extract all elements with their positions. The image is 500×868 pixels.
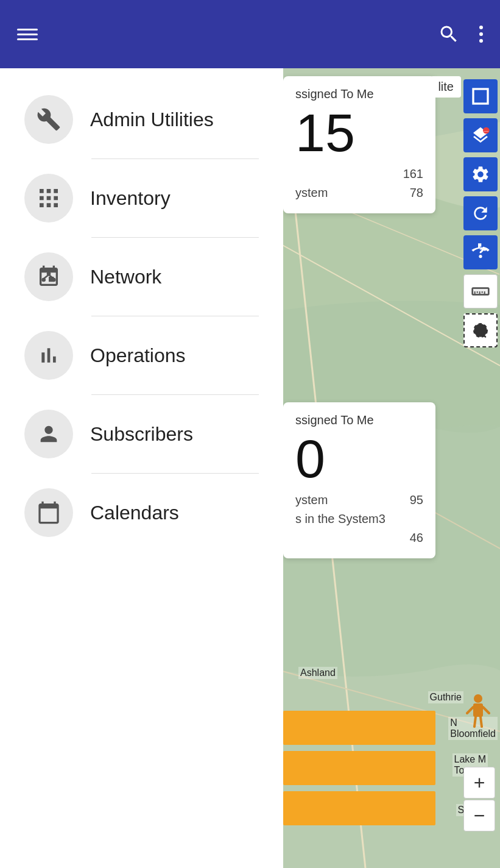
lasso-icon xyxy=(471,321,490,340)
hamburger-line-3 xyxy=(17,38,38,40)
card1-stat-2: ystem 78 xyxy=(295,183,423,202)
layers-button[interactable]: — xyxy=(463,118,498,152)
zoom-out-button[interactable]: − xyxy=(463,800,495,831)
map-controls: — xyxy=(463,79,498,347)
sidebar-item-admin-utilities[interactable]: Admin Utilities xyxy=(0,80,283,158)
card1-stat1-value: 161 xyxy=(403,167,423,181)
tickets-card: ssigned To Me 0 ystem 95 s in the System… xyxy=(283,402,435,558)
admin-utilities-icon-container xyxy=(24,95,73,144)
bar-chart-icon xyxy=(37,343,61,368)
network-label: Network xyxy=(90,266,161,288)
orange-bar-2[interactable] xyxy=(283,751,435,785)
card2-number: 0 xyxy=(295,432,423,486)
city-label-guthrie: Guthrie xyxy=(428,691,463,703)
calendar-icon xyxy=(37,500,61,525)
svg-line-23 xyxy=(474,717,476,727)
hamburger-line-1 xyxy=(17,29,38,30)
square-icon xyxy=(471,87,490,106)
svg-point-7 xyxy=(47,272,51,276)
layers-icon: — xyxy=(471,126,490,145)
calendars-icon-container xyxy=(24,488,73,537)
svg-line-21 xyxy=(467,707,473,713)
app-header xyxy=(0,0,500,68)
hamburger-menu-button[interactable] xyxy=(17,29,38,40)
pegman-button[interactable] xyxy=(466,694,490,728)
card1-stat-1: 161 xyxy=(295,165,423,183)
network-icon xyxy=(37,265,61,289)
svg-line-24 xyxy=(481,717,482,727)
dot-2 xyxy=(479,32,483,36)
card2-title: ssigned To Me xyxy=(295,413,423,427)
card1-title: ssigned To Me xyxy=(295,87,423,101)
subscribers-label: Subscribers xyxy=(90,423,193,446)
orange-bar-3[interactable] xyxy=(283,791,435,825)
svg-rect-9 xyxy=(473,89,488,104)
satellite-label[interactable]: lite xyxy=(431,76,461,98)
sidebar-item-operations[interactable]: Operations xyxy=(0,316,283,394)
calendars-label: Calendars xyxy=(90,502,179,524)
zoom-controls: + − xyxy=(463,767,495,831)
dot-1 xyxy=(479,26,483,29)
inventory-label: Inventory xyxy=(90,187,171,210)
svg-rect-20 xyxy=(473,703,483,717)
sidebar-item-subscribers[interactable]: Subscribers xyxy=(0,395,283,473)
svg-point-19 xyxy=(474,694,482,703)
card2-stat1-label: ystem xyxy=(295,493,328,507)
ruler-icon xyxy=(471,282,490,301)
card2-stat2-label: s in the System3 xyxy=(295,512,386,526)
card1-number: 15 xyxy=(295,106,423,160)
card2-stat-1: ystem 95 xyxy=(295,491,423,510)
grid-icon xyxy=(37,186,61,210)
header-right-controls xyxy=(438,23,483,45)
more-options-button[interactable] xyxy=(479,26,483,43)
sidebar-item-calendars[interactable]: Calendars xyxy=(0,474,283,552)
rectangle-select-button[interactable] xyxy=(463,79,498,113)
svg-point-8 xyxy=(52,278,56,282)
card2-stat3-value: 46 xyxy=(410,531,423,545)
card1-stat2-value: 78 xyxy=(410,186,423,200)
sidebar-item-network[interactable]: Network xyxy=(0,238,283,316)
sidebar-item-inventory[interactable]: Inventory xyxy=(0,159,283,237)
signal-button[interactable] xyxy=(463,235,498,269)
navigation-sidebar: Admin Utilities Inventory Network xyxy=(0,68,283,868)
wrench-icon xyxy=(37,107,61,132)
zoom-in-button[interactable]: + xyxy=(463,767,495,799)
card2-stat1-value: 95 xyxy=(410,493,423,507)
network-icon-container xyxy=(24,252,73,301)
hamburger-line-2 xyxy=(17,34,38,35)
operations-icon-container xyxy=(24,331,73,380)
refresh-button[interactable] xyxy=(463,196,498,230)
card2-stat-2: s in the System3 xyxy=(295,510,423,528)
operations-label: Operations xyxy=(90,344,186,367)
dot-3 xyxy=(479,39,483,43)
city-label-ashland: Ashland xyxy=(298,667,337,679)
orange-bars-container xyxy=(283,711,435,831)
subscribers-icon-container xyxy=(24,410,73,458)
settings-button[interactable] xyxy=(463,157,498,191)
svg-text:—: — xyxy=(484,128,488,133)
search-icon[interactable] xyxy=(438,23,460,45)
measure-button[interactable] xyxy=(463,274,498,308)
signal-icon xyxy=(471,243,490,262)
card1-stat2-label: ystem xyxy=(295,186,328,200)
admin-utilities-label: Admin Utilities xyxy=(90,108,214,131)
inventory-icon-container xyxy=(24,174,73,222)
refresh-icon xyxy=(471,204,490,223)
svg-point-6 xyxy=(41,278,46,282)
lasso-button[interactable] xyxy=(463,313,498,347)
svg-line-22 xyxy=(483,707,489,713)
card2-stat-3: 46 xyxy=(295,528,423,547)
work-orders-card: ssigned To Me 15 161 ystem 78 xyxy=(283,76,435,213)
gear-icon xyxy=(471,165,490,184)
person-icon xyxy=(37,422,61,446)
svg-point-18 xyxy=(474,324,487,336)
orange-bar-1[interactable] xyxy=(283,711,435,745)
